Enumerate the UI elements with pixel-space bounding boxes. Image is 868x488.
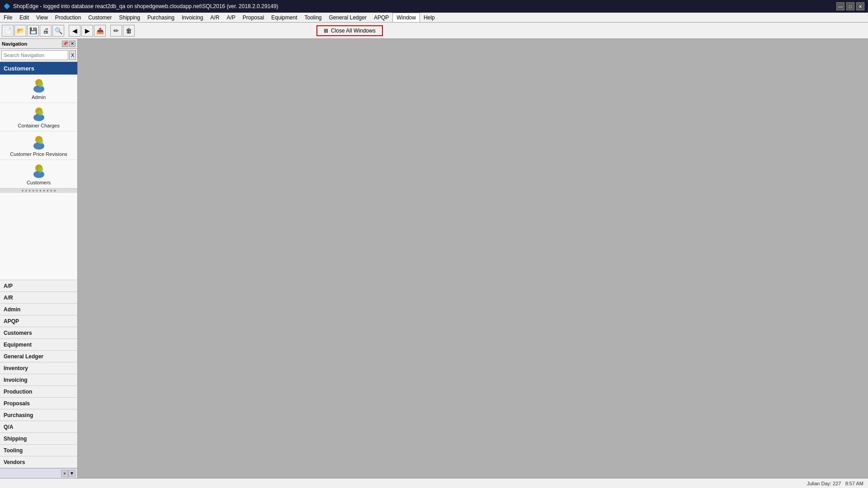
search-input[interactable] <box>1 50 68 60</box>
container-charges-icon <box>31 106 47 122</box>
bottom-nav-sections: A/P A/R Admin APQP Customers Equipment G… <box>0 280 77 468</box>
menu-invoicing[interactable]: Invoicing <box>178 13 207 22</box>
nav-item-admin-label: Admin <box>32 94 46 100</box>
menu-edit[interactable]: Edit <box>16 13 33 22</box>
svg-point-8 <box>38 139 43 144</box>
customer-price-revisions-icon <box>31 134 47 150</box>
menu-ar[interactable]: A/R <box>207 13 223 22</box>
toolbar-export-btn[interactable]: 📤 <box>94 25 106 37</box>
app-icon: 🔷 <box>4 3 10 9</box>
menu-customer[interactable]: Customer <box>85 13 115 22</box>
title-bar: 🔷 ShopEdge - logged into database react2… <box>0 0 868 13</box>
toolbar-forward-btn[interactable]: ▶ <box>81 25 93 37</box>
maximize-button[interactable]: □ <box>846 2 854 10</box>
bottom-nav-ap[interactable]: A/P <box>0 280 77 292</box>
nav-item-container-charges-label: Container Charges <box>18 123 59 128</box>
bottom-nav-admin[interactable]: Admin <box>0 304 77 315</box>
svg-point-11 <box>38 167 43 173</box>
nav-item-admin[interactable]: Admin <box>0 75 77 103</box>
customers-items-list: Admin Container Charges <box>0 75 77 280</box>
minimize-button[interactable]: — <box>836 2 844 10</box>
svg-point-2 <box>38 82 43 87</box>
scroll-indicator[interactable]: ▼▼▼▼▼▼▼▼▼▼ <box>0 188 77 193</box>
nav-item-customers-label: Customers <box>27 180 51 185</box>
title-bar-text: ShopEdge - logged into database react2db… <box>13 3 278 9</box>
bottom-nav-production[interactable]: Production <box>0 386 77 398</box>
customers-section-label: Customers <box>4 65 34 72</box>
nav-footer: » ▼ <box>0 468 77 478</box>
menu-proposal[interactable]: Proposal <box>239 13 268 22</box>
close-all-windows-button[interactable]: ⊠ Close All Windows <box>316 25 383 36</box>
bottom-nav-general-ledger[interactable]: General Ledger <box>0 351 77 362</box>
toolbar-edit-btn[interactable]: ✏ <box>110 25 122 37</box>
menu-production[interactable]: Production <box>52 13 85 22</box>
toolbar-back-btn[interactable]: ◀ <box>69 25 80 37</box>
nav-item-customers[interactable]: Customers <box>0 160 77 188</box>
navigation-panel: Navigation 📌 ✕ X Customers <box>0 39 78 478</box>
bottom-nav-vendors[interactable]: Vendors <box>0 456 77 468</box>
customers-icon <box>31 163 47 179</box>
nav-footer-collapse-btn[interactable]: ▼ <box>68 470 75 477</box>
nav-close-button[interactable]: ✕ <box>69 41 75 47</box>
bottom-nav-inventory[interactable]: Inventory <box>0 362 77 374</box>
close-all-label: Close All Windows <box>331 28 376 34</box>
nav-header-controls: 📌 ✕ <box>62 41 75 47</box>
nav-panel-title: Navigation <box>2 41 27 47</box>
menu-ap[interactable]: A/P <box>223 13 239 22</box>
toolbar-preview-btn[interactable]: 🔍 <box>52 25 64 37</box>
menu-bar: File Edit View Production Customer Shipp… <box>0 13 868 23</box>
bottom-nav-invoicing[interactable]: Invoicing <box>0 374 77 386</box>
toolbar-print-btn[interactable]: 🖨 <box>40 25 52 37</box>
nav-header: Navigation 📌 ✕ <box>0 39 77 49</box>
svg-point-5 <box>38 110 43 116</box>
close-all-icon: ⊠ <box>324 28 328 34</box>
julian-day-label: Julian Day: 227 <box>807 481 841 486</box>
menu-equipment[interactable]: Equipment <box>268 13 301 22</box>
nav-item-customer-price-revisions-label: Customer Price Revisions <box>10 151 67 157</box>
title-bar-controls: — □ ✕ <box>836 2 864 10</box>
bottom-nav-qa[interactable]: Q/A <box>0 421 77 433</box>
bottom-nav-equipment[interactable]: Equipment <box>0 339 77 351</box>
toolbar-delete-btn[interactable]: 🗑 <box>123 25 135 37</box>
bottom-nav-purchasing[interactable]: Purchasing <box>0 409 77 421</box>
toolbar-new-btn[interactable]: 📄 <box>2 25 14 37</box>
menu-purchasing[interactable]: Purchasing <box>144 13 178 22</box>
bottom-nav-proposals[interactable]: Proposals <box>0 398 77 409</box>
toolbar-save-btn[interactable]: 💾 <box>27 25 39 37</box>
menu-general-ledger[interactable]: General Ledger <box>326 13 370 22</box>
workspace <box>78 39 868 478</box>
menu-shipping[interactable]: Shipping <box>115 13 144 22</box>
search-clear-button[interactable]: X <box>69 50 76 60</box>
nav-pin-button[interactable]: 📌 <box>62 41 68 47</box>
title-bar-left: 🔷 ShopEdge - logged into database react2… <box>4 3 278 9</box>
main-content: Navigation 📌 ✕ X Customers <box>0 39 868 478</box>
nav-item-customer-price-revisions[interactable]: Customer Price Revisions <box>0 131 77 160</box>
search-nav-container: X <box>0 49 77 62</box>
menu-window[interactable]: Window <box>392 13 420 22</box>
customers-section-header[interactable]: Customers <box>0 62 77 75</box>
bottom-nav-customers[interactable]: Customers <box>0 327 77 339</box>
menu-apqp[interactable]: APQP <box>370 13 392 22</box>
status-bar: Julian Day: 227 8:57 AM <box>0 478 868 488</box>
menu-help[interactable]: Help <box>420 13 439 22</box>
menu-view[interactable]: View <box>33 13 52 22</box>
time-display: 8:57 AM <box>845 481 863 486</box>
menu-tooling[interactable]: Tooling <box>301 13 325 22</box>
bottom-nav-apqp[interactable]: APQP <box>0 315 77 327</box>
admin-icon <box>31 77 47 94</box>
toolbar: 📄 📂 💾 🖨 🔍 ◀ ▶ 📤 ✏ 🗑 ⊠ Close All Windows <box>0 23 868 39</box>
bottom-nav-ar[interactable]: A/R <box>0 292 77 304</box>
bottom-nav-tooling[interactable]: Tooling <box>0 445 77 456</box>
toolbar-open-btn[interactable]: 📂 <box>14 25 26 37</box>
bottom-nav-shipping[interactable]: Shipping <box>0 433 77 445</box>
nav-item-container-charges[interactable]: Container Charges <box>0 103 77 131</box>
close-button[interactable]: ✕ <box>856 2 864 10</box>
menu-file[interactable]: File <box>0 13 16 22</box>
nav-footer-expand-btn[interactable]: » <box>61 470 68 477</box>
